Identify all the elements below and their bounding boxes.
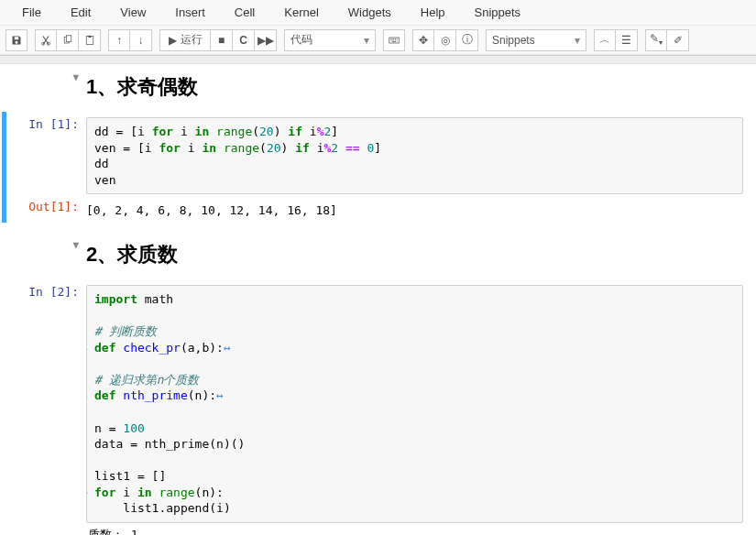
run-all-button[interactable]: ▶▶ — [255, 29, 277, 51]
move-down-button[interactable]: ↓ — [130, 29, 152, 51]
cut-button[interactable] — [35, 29, 57, 51]
snippets-select[interactable]: Snippets — [486, 29, 586, 51]
arrow-down-icon: ↓ — [138, 34, 144, 47]
notebook-container: ▼ 1、求奇偶数 In [1]: dd = [i for i in range(… — [0, 64, 756, 535]
tool-bar: ↑ ↓ ▶运行 ■ C ▶▶ 代码 ✥ ◎ ⓘ Snippets ︿ ☰ ✎▾ … — [0, 26, 756, 55]
menu-insert[interactable]: Insert — [160, 2, 220, 23]
menu-kernel[interactable]: Kernel — [269, 2, 334, 23]
keyboard-icon — [389, 35, 400, 46]
input-prompt: In [1]: — [28, 117, 79, 131]
nbext-button-2[interactable]: ◎ — [434, 29, 456, 51]
menu-view[interactable]: View — [105, 2, 160, 23]
copy-icon — [62, 35, 73, 46]
menu-file[interactable]: File — [7, 2, 56, 23]
menu-widgets[interactable]: Widgets — [334, 2, 406, 23]
menu-help[interactable]: Help — [406, 2, 460, 23]
menu-bar: File Edit View Insert Cell Kernel Widget… — [0, 0, 756, 26]
code-fold-icon[interactable]: ↔ — [216, 388, 224, 402]
fast-forward-icon: ▶▶ — [257, 34, 274, 47]
stop-button[interactable]: ■ — [211, 29, 233, 51]
menu-snippets[interactable]: Snippets — [460, 2, 536, 23]
notebook-separator — [0, 55, 756, 64]
paste-icon — [84, 35, 95, 46]
output-cell-1: Out[1]: [0, 2, 4, 6, 8, 10, 12, 14, 16, … — [0, 200, 756, 223]
collapse-toggle-icon[interactable]: ▼ — [72, 71, 79, 83]
copy-button[interactable] — [57, 29, 79, 51]
menu-edit[interactable]: Edit — [56, 2, 105, 23]
cell-type-select[interactable]: 代码 — [284, 29, 376, 51]
stop-icon: ■ — [218, 34, 225, 47]
paste-button[interactable] — [79, 29, 101, 51]
output-text-1: [0, 2, 4, 6, 8, 10, 12, 14, 16, 18] — [86, 200, 743, 217]
svg-rect-5 — [88, 35, 91, 37]
code-input-2[interactable]: import math # 判断质数 ▸def check_pr(a,b):↔ … — [86, 285, 743, 523]
restart-button[interactable]: C — [233, 29, 255, 51]
menu-cell[interactable]: Cell — [220, 2, 269, 23]
move-up-button[interactable]: ↑ — [108, 29, 130, 51]
markdown-cell-2[interactable]: ▼ 2、求质数 — [0, 232, 756, 279]
eraser-button[interactable]: ✐ — [667, 29, 689, 51]
stream-output-2: 质数： 1 质数： 3 — [86, 523, 743, 535]
target-icon: ◎ — [441, 34, 450, 47]
collapse-button[interactable]: ︿ — [594, 29, 616, 51]
svg-rect-3 — [66, 35, 71, 41]
restart-icon: C — [239, 34, 247, 47]
output-prompt: Out[1]: — [28, 200, 79, 213]
toc-button[interactable]: ☰ — [616, 29, 638, 51]
heading-2: 2、求质数 — [86, 241, 743, 268]
code-input-1[interactable]: dd = [i for i in range(20) if i%2] ven =… — [86, 117, 743, 194]
command-palette-button[interactable] — [383, 29, 405, 51]
code-cell-2[interactable]: In [2]: import math # 判断质数 ▸def check_pr… — [0, 279, 756, 535]
eraser-icon: ✐ — [674, 34, 683, 47]
save-button[interactable] — [5, 29, 27, 51]
save-icon — [11, 35, 22, 46]
arrow-up-icon: ↑ — [116, 34, 122, 47]
run-button[interactable]: ▶运行 — [159, 29, 211, 51]
code-fold-icon[interactable]: ↔ — [224, 341, 231, 355]
play-icon: ▶ — [169, 34, 177, 47]
brush-icon: ✎▾ — [650, 32, 663, 47]
chevron-up-icon: ︿ — [599, 32, 610, 48]
markdown-cell-1[interactable]: ▼ 1、求奇偶数 — [0, 64, 756, 112]
collapse-toggle-icon[interactable]: ▼ — [72, 239, 79, 251]
heading-1: 1、求奇偶数 — [86, 73, 743, 101]
list-icon: ☰ — [621, 34, 631, 47]
cut-icon — [40, 35, 51, 46]
nbext-button-3[interactable]: ⓘ — [456, 29, 478, 51]
nbext-button-1[interactable]: ✥ — [412, 29, 434, 51]
brush-button[interactable]: ✎▾ — [645, 29, 667, 51]
code-cell-1[interactable]: In [1]: dd = [i for i in range(20) if i%… — [0, 112, 756, 200]
input-prompt: In [2]: — [28, 285, 79, 299]
move-icon: ✥ — [419, 34, 428, 47]
info-icon: ⓘ — [462, 32, 473, 48]
